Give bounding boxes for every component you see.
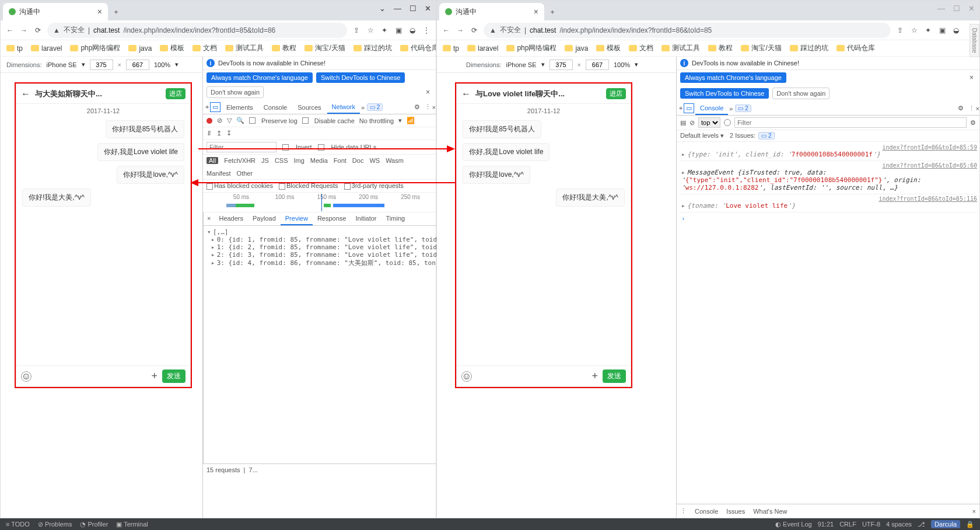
window-dropdown-icon[interactable]: ⌄ bbox=[379, 4, 386, 13]
detail-close-icon[interactable]: × bbox=[204, 212, 214, 225]
drawer-tab-console[interactable]: Console bbox=[695, 508, 718, 515]
drawer-menu-icon[interactable]: ⋮ bbox=[680, 507, 687, 515]
new-tab-button[interactable]: + bbox=[108, 4, 124, 20]
log-source[interactable]: index?frontId=86&toId=85:60 bbox=[681, 162, 977, 169]
bookmark-item[interactable]: php网络编程 bbox=[506, 43, 556, 53]
sidepanel-icon[interactable]: ▣ bbox=[937, 26, 947, 35]
drawer-tab-whatsnew[interactable]: What's New bbox=[753, 508, 787, 515]
indent[interactable]: 4 spaces bbox=[886, 521, 912, 528]
bookmark-item[interactable]: java bbox=[565, 44, 588, 53]
tab-sources[interactable]: Sources bbox=[293, 102, 326, 113]
upload-icon[interactable]: ↥ bbox=[216, 130, 222, 137]
tab-overflow-icon[interactable]: » bbox=[361, 104, 365, 111]
device-mode-icon[interactable]: ▭ bbox=[684, 103, 694, 113]
inspect-icon[interactable]: ⌖ bbox=[679, 104, 682, 112]
bookmark-item[interactable]: laravel bbox=[467, 44, 498, 53]
tab-elements[interactable]: Elements bbox=[222, 102, 258, 113]
window-max-icon[interactable]: ☐ bbox=[953, 4, 960, 13]
cat-item[interactable]: Media bbox=[310, 157, 328, 164]
drawer-tab-issues[interactable]: Issues bbox=[726, 508, 745, 515]
record-icon[interactable] bbox=[206, 118, 212, 124]
profile-icon[interactable]: ◒ bbox=[951, 26, 961, 35]
dont-show-button[interactable]: Don't show again bbox=[772, 88, 830, 99]
device-height-input[interactable] bbox=[586, 60, 609, 70]
bookmark-item[interactable]: 代码仓库 bbox=[400, 43, 436, 53]
chat-back-icon[interactable]: ← bbox=[461, 89, 471, 99]
bookmark-item[interactable]: 文档 bbox=[629, 43, 653, 53]
context-select[interactable]: top bbox=[698, 117, 720, 128]
bookmark-item[interactable]: 文档 bbox=[192, 43, 217, 53]
wifi-icon2[interactable]: ⥯ bbox=[206, 130, 212, 137]
status-profiler[interactable]: ◔ Profiler bbox=[80, 521, 108, 528]
tab-overflow-icon[interactable]: » bbox=[729, 105, 733, 112]
device-height-input[interactable] bbox=[126, 60, 149, 70]
line-sep[interactable]: CRLF bbox=[839, 521, 856, 528]
log-source[interactable]: index?frontId=86&toId=85:116 bbox=[681, 196, 977, 202]
tab-active[interactable]: 沟通中 × bbox=[3, 3, 108, 20]
bookmark-item[interactable]: 淘宝/天猫 bbox=[304, 43, 345, 53]
tab-console[interactable]: Console bbox=[259, 102, 292, 113]
device-name[interactable]: iPhone SE bbox=[47, 61, 77, 68]
bookmark-item[interactable]: laravel bbox=[31, 44, 62, 53]
more-icon[interactable]: ⋮ bbox=[425, 103, 431, 111]
detail-tab-headers[interactable]: Headers bbox=[214, 212, 248, 225]
device-zoom[interactable]: 100% bbox=[154, 61, 170, 68]
git-branch-icon[interactable]: ⎇ bbox=[918, 521, 925, 528]
console-filter-input[interactable] bbox=[734, 117, 967, 128]
share-icon[interactable]: ⇪ bbox=[352, 26, 361, 35]
preserve-checkbox[interactable] bbox=[249, 117, 256, 124]
wifi-icon[interactable]: 📶 bbox=[407, 117, 415, 124]
emoji-button[interactable]: ☺ bbox=[461, 371, 472, 382]
attach-button[interactable]: + bbox=[151, 370, 158, 382]
more-icon[interactable]: ⋮ bbox=[968, 104, 975, 112]
status-terminal[interactable]: ▣ Terminal bbox=[116, 521, 148, 528]
tab-close-icon[interactable]: × bbox=[534, 7, 538, 16]
device-width-input[interactable] bbox=[550, 60, 573, 70]
theme-badge[interactable]: Darcula bbox=[931, 520, 960, 528]
switch-lang-button[interactable]: Switch DevTools to Chinese bbox=[316, 72, 405, 83]
live-expr-icon[interactable] bbox=[724, 119, 731, 126]
dont-show-button[interactable]: Don't show again bbox=[206, 86, 264, 98]
emoji-button[interactable]: ☺ bbox=[21, 371, 32, 382]
bookmark-item[interactable]: 模板 bbox=[596, 43, 621, 53]
status-event-log[interactable]: ◐ Event Log bbox=[775, 521, 812, 528]
nav-back-icon[interactable]: ← bbox=[5, 26, 15, 35]
send-button[interactable]: 发送 bbox=[162, 369, 186, 383]
switch-lang-button[interactable]: Switch DevTools to Chinese bbox=[680, 88, 769, 99]
tab-close-icon[interactable]: × bbox=[97, 7, 102, 16]
new-tab-button[interactable]: + bbox=[544, 4, 561, 20]
share-icon[interactable]: ⇪ bbox=[895, 26, 905, 35]
detail-tab-timing[interactable]: Timing bbox=[382, 212, 410, 225]
detail-tab-payload[interactable]: Payload bbox=[248, 212, 281, 225]
nav-reload-icon[interactable]: ⟳ bbox=[470, 26, 479, 35]
detail-tab-response[interactable]: Response bbox=[313, 212, 351, 225]
disable-cache-checkbox[interactable] bbox=[302, 117, 309, 124]
cat-item[interactable]: CSS bbox=[275, 157, 288, 164]
issues-badge[interactable]: ▭ 2 bbox=[735, 104, 751, 112]
preview-pane[interactable]: ▾[,…] ▸0: {id: 1, fromid: 85, fromname: … bbox=[204, 226, 440, 270]
window-close-icon[interactable]: ✕ bbox=[425, 4, 431, 13]
sidebar-toggle-icon[interactable]: ▤ bbox=[680, 119, 686, 127]
clear-console-icon[interactable]: ⊘ bbox=[690, 119, 695, 127]
cat-item[interactable]: Font bbox=[334, 157, 346, 164]
url-input[interactable]: ▲ 不安全 | chat.test/index.php/index/index/… bbox=[484, 23, 891, 38]
bookmark-item[interactable]: 测试工具 bbox=[662, 43, 700, 53]
cat-item[interactable]: Manifest bbox=[206, 170, 231, 177]
cat-item[interactable]: JS bbox=[261, 157, 269, 164]
window-min-icon[interactable]: — bbox=[937, 4, 945, 13]
device-zoom[interactable]: 100% bbox=[614, 61, 630, 68]
filter-toggle-icon[interactable]: ▽ bbox=[227, 117, 232, 124]
menu-icon[interactable]: ⋮ bbox=[422, 26, 431, 35]
window-close-icon[interactable]: ✕ bbox=[968, 4, 975, 13]
bookmark-item[interactable]: 代码仓库 bbox=[836, 43, 875, 53]
bookmark-item[interactable]: 淘宝/天猫 bbox=[741, 43, 781, 53]
shop-button[interactable]: 进店 bbox=[606, 88, 626, 99]
devtools-close-icon[interactable]: × bbox=[432, 104, 436, 111]
cat-item[interactable]: WS bbox=[369, 157, 380, 164]
cat-item[interactable]: Img bbox=[294, 157, 304, 164]
clear-icon[interactable]: ⊘ bbox=[217, 117, 222, 124]
cat-item[interactable]: Fetch/XHR bbox=[224, 157, 256, 164]
tab-active[interactable]: 沟通中 × bbox=[439, 3, 544, 20]
issues-badge[interactable]: ▭ 2 bbox=[367, 103, 383, 111]
device-name[interactable]: iPhone SE bbox=[506, 61, 537, 68]
